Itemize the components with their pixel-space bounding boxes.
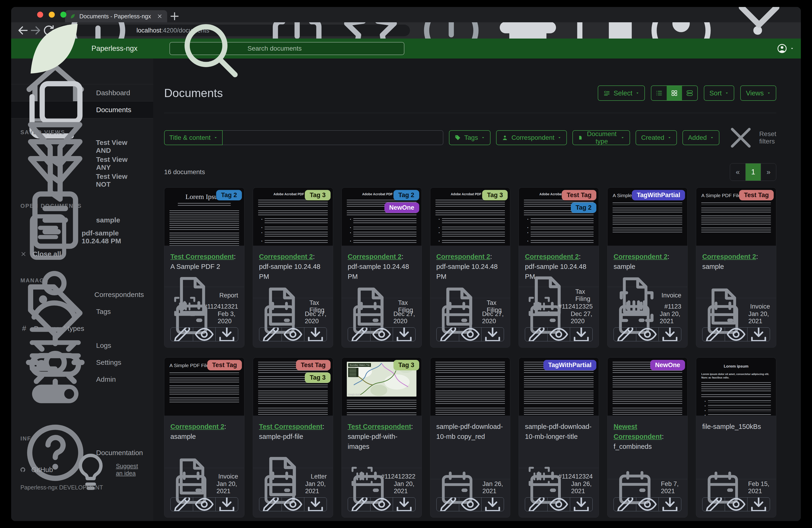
document-thumbnail[interactable]: Boundary Waters TripGoogle Earth Tag 3 [342, 358, 422, 416]
filter-field-dropdown[interactable]: Title & content [164, 130, 222, 145]
edit-button[interactable] [525, 498, 547, 511]
download-button[interactable] [747, 498, 770, 511]
correspondent-link[interactable]: Correspondent 2 [613, 253, 667, 260]
tag-badge[interactable]: Tag 3 [305, 190, 331, 200]
preview-button[interactable] [459, 328, 481, 341]
document-card[interactable]: Adobe Acrobat PDF Files Test TagTag 2 Co… [519, 187, 599, 347]
download-button[interactable] [393, 328, 415, 341]
tag-badge[interactable]: Tag 3 [305, 372, 331, 383]
edit-button[interactable] [171, 498, 193, 511]
edit-button[interactable] [614, 498, 636, 511]
download-button[interactable] [570, 328, 592, 341]
preview-button[interactable] [547, 328, 570, 341]
document-thumbnail[interactable]: Adobe Acrobat PDF Files Tag 2NewOne [342, 188, 422, 246]
document-card[interactable]: Adobe Acrobat PDF Files Tag 2NewOne Corr… [342, 187, 422, 347]
sidebar-item-github[interactable]: GitHub [31, 466, 53, 474]
preview-button[interactable] [281, 498, 304, 511]
correspondent-link[interactable]: Correspondent 2 [702, 253, 756, 260]
document-thumbnail[interactable]: Adobe Acrobat PDF Files Tag 3 [253, 188, 333, 246]
document-card[interactable]: Lorem ipsumLorem ipsum dolor sit amet, c… [696, 357, 776, 517]
tag-badge[interactable]: TagWithPartial [632, 190, 685, 200]
download-button[interactable] [570, 498, 592, 511]
sidebar-item-admin[interactable]: Admin [11, 371, 153, 388]
edit-button[interactable] [614, 328, 636, 341]
document-card[interactable]: TagWithPartial sample-pdf-download-10-mb… [519, 357, 599, 517]
preview-button[interactable] [725, 498, 747, 511]
tag-badge[interactable]: Tag 3 [393, 360, 419, 370]
edit-button[interactable] [702, 328, 725, 341]
document-card[interactable]: Lorem Ipsum Tag 2 Test Correspondent: A … [164, 187, 244, 347]
edit-button[interactable] [259, 498, 281, 511]
tag-badge[interactable]: NewOne [650, 360, 685, 370]
edit-button[interactable] [437, 498, 459, 511]
grid-view-button[interactable] [667, 86, 682, 100]
sidebar-item-open-doc-pdf-sample[interactable]: pdf-sample 10.24.48 PM [11, 228, 153, 245]
tag-badge[interactable]: Test Tag [207, 360, 242, 370]
pagination-prev[interactable]: « [730, 163, 745, 181]
preview-button[interactable] [459, 498, 481, 511]
correspondent-link[interactable]: Test Correspondent [259, 423, 322, 430]
correspondent-link[interactable]: Correspondent 2 [348, 253, 402, 260]
tag-badge[interactable]: Tag 2 [216, 190, 242, 200]
document-thumbnail[interactable]: A Simple PDF File TagWithPartial [608, 188, 687, 246]
document-card[interactable]: A Simple PDF File TagWithPartial Corresp… [607, 187, 687, 347]
tag-badge[interactable]: Test Tag [296, 360, 331, 370]
document-thumbnail[interactable]: Adobe Acrobat PDF Files Test TagTag 2 [519, 188, 599, 246]
select-button[interactable]: Select [598, 85, 645, 101]
app-logo[interactable]: Paperless-ngx [18, 14, 137, 83]
document-card[interactable]: A Simple PDF File Test Tag Correspondent… [696, 187, 776, 347]
download-button[interactable] [747, 328, 770, 341]
correspondent-link[interactable]: Test Correspondent [348, 423, 411, 430]
preview-button[interactable] [281, 328, 304, 341]
document-thumbnail[interactable]: Lorem Ipsum Tag 2 [164, 188, 244, 246]
download-button[interactable] [215, 328, 238, 341]
close-icon[interactable] [157, 13, 162, 19]
document-type-filter-button[interactable]: Document type [572, 130, 630, 145]
pagination-next[interactable]: » [761, 163, 776, 181]
tag-badge[interactable]: Tag 3 [482, 190, 508, 200]
preview-button[interactable] [725, 328, 747, 341]
correspondent-link[interactable]: Correspondent 2 [170, 423, 224, 430]
correspondent-link[interactable]: Correspondent 2 [525, 253, 579, 260]
download-button[interactable] [304, 498, 327, 511]
edit-button[interactable] [348, 328, 370, 341]
edit-button[interactable] [525, 328, 547, 341]
edit-button[interactable] [348, 498, 370, 511]
document-card[interactable]: Test TagTag 3 Test Correspondent: sample… [253, 357, 333, 517]
global-search[interactable] [170, 42, 404, 55]
filter-text-input[interactable] [222, 130, 444, 145]
reset-filters-button[interactable]: Reset filters [725, 122, 776, 154]
download-button[interactable] [304, 328, 327, 341]
document-card[interactable]: sample-pdf-download-10-mb copy_red Jan 2… [430, 357, 510, 517]
download-button[interactable] [215, 498, 238, 511]
correspondent-filter-button[interactable]: Correspondent [496, 130, 567, 145]
download-button[interactable] [658, 328, 681, 341]
sidebar-item-close-all[interactable]: Close all [11, 245, 153, 262]
list-view-button[interactable] [651, 86, 667, 100]
tags-filter-button[interactable]: Tags [449, 130, 491, 145]
download-button[interactable] [481, 328, 504, 341]
correspondent-link[interactable]: Test Correspondent [170, 253, 234, 260]
correspondent-link[interactable]: Correspondent 2 [436, 253, 490, 260]
edit-button[interactable] [259, 328, 281, 341]
preview-button[interactable] [547, 498, 570, 511]
document-thumbnail[interactable]: Lorem ipsumLorem ipsum dolor sit amet, c… [696, 358, 776, 416]
edit-button[interactable] [702, 498, 725, 511]
document-thumbnail[interactable]: NewOne [608, 358, 687, 416]
pagination-page-1[interactable]: 1 [745, 163, 761, 181]
edit-button[interactable] [437, 328, 459, 341]
tag-badge[interactable]: NewOne [385, 202, 419, 213]
preview-button[interactable] [370, 498, 393, 511]
preview-button[interactable] [370, 328, 393, 341]
user-menu[interactable] [777, 43, 794, 54]
document-card[interactable]: Adobe Acrobat PDF Files Tag 3 Correspond… [253, 187, 333, 347]
tag-badge[interactable]: TagWithPartial [543, 360, 597, 370]
download-button[interactable] [658, 498, 681, 511]
preview-button[interactable] [636, 328, 658, 341]
document-card[interactable]: Adobe Acrobat PDF Files Tag 3 Correspond… [430, 187, 510, 347]
correspondent-link[interactable]: Correspondent 2 [259, 253, 313, 260]
document-thumbnail[interactable]: A Simple PDF File Test Tag [696, 188, 776, 246]
document-thumbnail[interactable] [430, 358, 510, 416]
views-button[interactable]: Views [740, 85, 776, 101]
detail-view-button[interactable] [682, 86, 697, 100]
